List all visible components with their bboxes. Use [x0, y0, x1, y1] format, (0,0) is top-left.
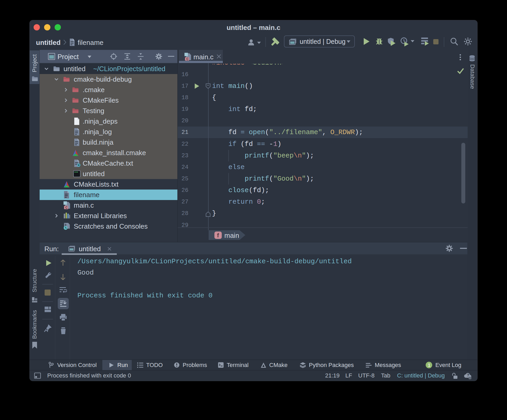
svg-text:1: 1 [428, 363, 430, 368]
svg-text:C: C [65, 206, 68, 209]
svg-text:C: C [186, 57, 189, 61]
svg-text:?: ? [467, 373, 469, 377]
